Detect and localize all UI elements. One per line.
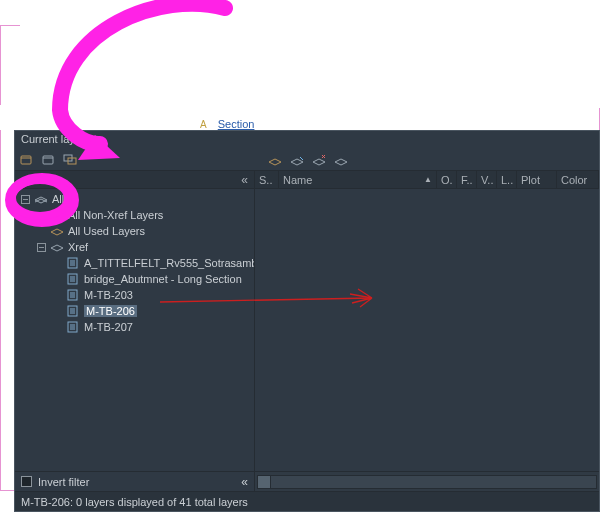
grid-header-row: S.. Name▲ O. F.. V.. L.. Plot Color	[255, 171, 599, 189]
svg-rect-0	[21, 156, 31, 164]
layers-stack-icon	[34, 193, 48, 205]
sort-asc-icon: ▲	[424, 175, 432, 184]
col-plot[interactable]: Plot	[517, 171, 557, 188]
col-on[interactable]: O.	[437, 171, 457, 188]
col-name[interactable]: Name▲	[279, 171, 437, 188]
tree-node-xref[interactable]: Xref	[15, 239, 254, 255]
delete-layer-icon[interactable]	[311, 153, 327, 167]
xref-file-icon	[66, 305, 80, 317]
new-filter-icon[interactable]	[19, 153, 35, 167]
toolbar	[15, 149, 599, 171]
invert-filter-label: Invert filter	[38, 476, 89, 488]
grid-body[interactable]	[255, 189, 599, 471]
col-vp[interactable]: V..	[477, 171, 497, 188]
tree-label: M-TB-206	[84, 305, 137, 317]
tree-node-xref-child[interactable]: bridge_Abutmnet - Long Section	[15, 271, 254, 287]
scrollbar-thumb[interactable]	[257, 475, 271, 489]
col-color[interactable]: Color	[557, 171, 599, 188]
tree-node-xref-child[interactable]: M-TB-207	[15, 319, 254, 335]
tab-bullet: A	[200, 119, 207, 130]
collapse-tree-icon[interactable]	[241, 173, 248, 187]
tab-label: Section	[218, 118, 255, 130]
tree-label: All Used Layers	[68, 225, 145, 237]
tree-label: bridge_Abutmnet - Long Section	[84, 273, 242, 285]
col-freeze[interactable]: F..	[457, 171, 477, 188]
panel-header: Current layer:	[15, 131, 599, 149]
filter-tree-pane: All All Non-Xref Layers All Used Layers …	[15, 171, 255, 471]
layer-properties-panel: Current layer:	[14, 130, 600, 512]
new-layer-icon[interactable]	[267, 153, 283, 167]
invert-filter-row[interactable]: Invert filter	[15, 472, 255, 491]
filter-tree[interactable]: All All Non-Xref Layers All Used Layers …	[15, 189, 254, 471]
tree-node-xref-child[interactable]: M-TB-203	[15, 287, 254, 303]
status-bar: M-TB-206: 0 layers displayed of 41 total…	[15, 491, 599, 511]
tree-header	[15, 171, 254, 189]
status-text: M-TB-206: 0 layers displayed of 41 total…	[21, 496, 248, 508]
invert-filter-checkbox[interactable]	[21, 476, 32, 487]
current-layer-label: Current layer:	[21, 133, 88, 145]
tree-label: Xref	[68, 241, 88, 253]
xref-folder-icon	[50, 241, 64, 253]
tree-node-all[interactable]: All	[15, 191, 254, 207]
set-current-icon[interactable]	[333, 153, 349, 167]
freeze-layer-icon[interactable]	[289, 153, 305, 167]
tree-label: All	[52, 193, 64, 205]
xref-file-icon	[66, 273, 80, 285]
xref-file-icon	[66, 321, 80, 333]
filter-icon	[50, 209, 64, 221]
tree-node-xref-child[interactable]: A_TITTELFELT_Rv555_Sotrasambandet	[15, 255, 254, 271]
svg-rect-1	[43, 156, 53, 164]
xref-file-icon	[66, 289, 80, 301]
expander-icon[interactable]	[37, 243, 46, 252]
tree-node-nonxref[interactable]: All Non-Xref Layers	[15, 207, 254, 223]
horizontal-scrollbar[interactable]	[255, 472, 599, 491]
col-lock[interactable]: L..	[497, 171, 517, 188]
new-group-filter-icon[interactable]	[41, 153, 57, 167]
tree-label: A_TITTELFELT_Rv555_Sotrasambandet	[84, 257, 254, 269]
viewport-tab[interactable]: A Section	[200, 118, 254, 130]
tree-label: All Non-Xref Layers	[68, 209, 163, 221]
tree-label: M-TB-203	[84, 289, 133, 301]
tree-node-xref-child-selected[interactable]: M-TB-206	[15, 303, 254, 319]
layer-states-icon[interactable]	[63, 153, 79, 167]
layer-grid-pane: S.. Name▲ O. F.. V.. L.. Plot Color	[255, 171, 599, 471]
expander-icon[interactable]	[21, 195, 30, 204]
tree-node-used[interactable]: All Used Layers	[15, 223, 254, 239]
collapse-footer-icon[interactable]	[241, 475, 248, 489]
filter-icon	[50, 225, 64, 237]
xref-file-icon	[66, 257, 80, 269]
col-status[interactable]: S..	[255, 171, 279, 188]
tree-label: M-TB-207	[84, 321, 133, 333]
